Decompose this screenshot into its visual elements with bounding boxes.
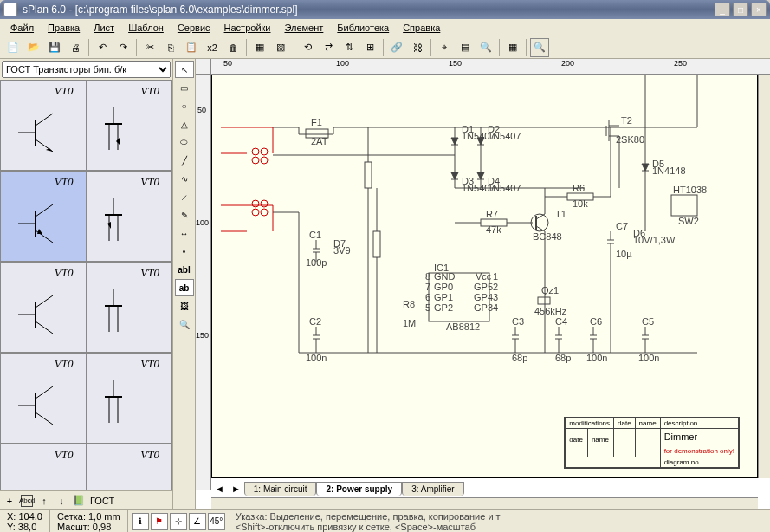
- sheet-tab[interactable]: 2: Power supply: [316, 482, 402, 496]
- library-item[interactable]: VT0: [87, 80, 173, 171]
- duplicate-icon[interactable]: x2: [203, 38, 222, 57]
- menu-template[interactable]: Шаблон: [121, 21, 171, 35]
- svg-marker-51: [477, 172, 484, 179]
- svg-line-30: [36, 386, 53, 399]
- svg-text:1N5407: 1N5407: [488, 131, 521, 141]
- align-icon[interactable]: ⊞: [360, 38, 379, 57]
- svg-rect-63: [538, 297, 550, 304]
- group-icon[interactable]: 🔗: [387, 38, 406, 57]
- image-tool-icon[interactable]: 🖼: [175, 297, 194, 315]
- svg-text:10V/1,3W: 10V/1,3W: [633, 235, 676, 245]
- svg-text:100n: 100n: [638, 353, 659, 363]
- info-icon[interactable]: ℹ: [132, 513, 149, 530]
- menu-help[interactable]: Справка: [396, 21, 447, 35]
- mirror-v-icon[interactable]: ⇅: [340, 38, 359, 57]
- copy-icon[interactable]: ⎘: [161, 38, 180, 57]
- front-icon[interactable]: ▦: [250, 38, 269, 57]
- library-footer-label: ГОСТ: [90, 496, 114, 506]
- svg-text:C6: C6: [590, 316, 602, 327]
- sheet-tab[interactable]: 3: Amplifier: [402, 482, 463, 496]
- menu-settings[interactable]: Настройки: [217, 21, 278, 35]
- menu-service[interactable]: Сервис: [171, 21, 217, 35]
- svg-text:6: 6: [425, 292, 430, 302]
- close-button[interactable]: ×: [751, 3, 767, 16]
- sheet-tab[interactable]: 1: Main circuit: [244, 482, 317, 496]
- library-item[interactable]: VT0: [87, 353, 173, 444]
- svg-text:C4: C4: [555, 316, 567, 327]
- add-icon[interactable]: +: [3, 495, 16, 507]
- svg-text:HT1038: HT1038: [673, 185, 707, 195]
- list-icon[interactable]: ▤: [456, 38, 475, 57]
- poly-tool-icon[interactable]: △: [175, 115, 194, 133]
- print-icon[interactable]: 🖨: [66, 38, 85, 57]
- curve-tool-icon[interactable]: ∿: [175, 170, 194, 187]
- undo-icon[interactable]: ↶: [93, 38, 112, 57]
- book-icon[interactable]: 📗: [73, 495, 85, 507]
- ungroup-icon[interactable]: ⛓: [408, 38, 427, 57]
- mirror-h-icon[interactable]: ⇄: [319, 38, 338, 57]
- library-item[interactable]: VT0: [0, 353, 87, 444]
- dim-tool-icon[interactable]: ↔: [175, 224, 194, 242]
- library-item[interactable]: VT0: [0, 171, 87, 262]
- search-icon[interactable]: 🔍: [476, 38, 495, 57]
- library-item[interactable]: VT0: [87, 171, 173, 262]
- transistor-icon: [18, 289, 61, 341]
- rect-tool-icon[interactable]: ▭: [175, 79, 194, 96]
- down-icon[interactable]: ↓: [55, 495, 68, 507]
- maximize-button[interactable]: □: [733, 3, 748, 16]
- back-icon[interactable]: ▧: [271, 38, 290, 57]
- line-tool-icon[interactable]: ╱: [175, 152, 194, 169]
- node-tool-icon[interactable]: •: [175, 243, 194, 260]
- text-tool-icon[interactable]: abl: [175, 261, 194, 278]
- menu-library[interactable]: Библиотека: [330, 21, 396, 35]
- svg-text:GP4: GP4: [474, 292, 493, 302]
- minimize-button[interactable]: _: [715, 3, 730, 16]
- zoom-tool-icon[interactable]: 🔍: [175, 315, 194, 333]
- library-item[interactable]: VT0: [87, 444, 173, 490]
- library-item[interactable]: VT0: [0, 444, 87, 490]
- svg-marker-49: [451, 172, 458, 179]
- snap-icon[interactable]: ⌖: [435, 38, 454, 57]
- flag-icon[interactable]: ⚑: [151, 513, 168, 530]
- library-item[interactable]: VT0: [87, 262, 173, 353]
- label-icon[interactable]: Abcd: [21, 495, 33, 507]
- cut-icon[interactable]: ✂: [140, 38, 159, 57]
- ellipse-tool-icon[interactable]: ⬭: [175, 133, 194, 151]
- circle-tool-icon[interactable]: ○: [175, 97, 194, 114]
- redo-icon[interactable]: ↷: [113, 38, 133, 57]
- xy-icon[interactable]: ⊹: [170, 513, 187, 530]
- up-icon[interactable]: ↑: [38, 495, 50, 507]
- rotate-icon[interactable]: ⟲: [298, 38, 317, 57]
- library-item[interactable]: VT0: [0, 262, 87, 353]
- angle-value[interactable]: 45°: [208, 513, 225, 530]
- menu-sheet[interactable]: Лист: [87, 21, 121, 35]
- new-icon[interactable]: 📄: [3, 38, 23, 57]
- open-icon[interactable]: 📂: [24, 38, 43, 57]
- delete-icon[interactable]: 🗑: [223, 38, 243, 57]
- tab-prev-icon[interactable]: ◄: [211, 482, 228, 496]
- menu-edit[interactable]: Правка: [41, 21, 87, 35]
- menu-file[interactable]: Файл: [3, 21, 41, 35]
- transistor-icon: [105, 380, 148, 431]
- angle-icon[interactable]: ∠: [189, 513, 206, 530]
- svg-text:10k: 10k: [573, 198, 588, 209]
- pointer-tool-icon[interactable]: ↖: [175, 61, 194, 78]
- menu-element[interactable]: Элемент: [277, 21, 330, 35]
- bezier-tool-icon[interactable]: ⟋: [175, 188, 194, 205]
- transistor-pnp-icon: [18, 198, 61, 250]
- options-icon[interactable]: ▦: [503, 38, 522, 57]
- save-icon[interactable]: 💾: [45, 38, 64, 57]
- menubar: Файл Правка Лист Шаблон Сервис Настройки…: [0, 19, 770, 36]
- scrollbar-vertical[interactable]: [758, 75, 770, 478]
- scrollbar-horizontal[interactable]: [211, 497, 758, 509]
- paste-icon[interactable]: 📋: [182, 38, 201, 57]
- library-item[interactable]: VT0: [0, 80, 87, 171]
- zoom-icon[interactable]: 🔍: [530, 38, 549, 57]
- drawing-canvas[interactable]: F1 2AT D11N5407 D21N5407 D31N5407 D41N54…: [211, 75, 758, 478]
- tab-next-icon[interactable]: ►: [228, 482, 244, 496]
- textframe-tool-icon[interactable]: ab: [175, 279, 194, 296]
- library-select[interactable]: ГОСТ Транзисторы бип. б/к: [2, 61, 171, 78]
- svg-line-23: [36, 321, 53, 334]
- status-grid: Сетка: 1,0 mm Масшт: 0,98: [50, 510, 128, 532]
- freehand-tool-icon[interactable]: ✎: [175, 206, 194, 224]
